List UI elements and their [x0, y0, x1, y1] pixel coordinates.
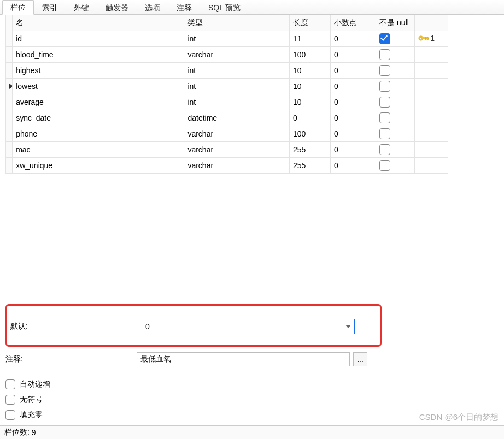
- comment-input[interactable]: 最低血氧: [137, 352, 350, 366]
- cell-notnull[interactable]: [376, 158, 415, 174]
- tab-sql-preview[interactable]: SQL 预览: [200, 1, 249, 15]
- default-value-highlight: 默认: 0: [5, 304, 382, 347]
- cell-decimals[interactable]: 0: [331, 158, 376, 174]
- auto-increment-checkbox[interactable]: [5, 379, 15, 389]
- col-header-name[interactable]: 名: [13, 15, 184, 31]
- table-row[interactable]: idint1101: [6, 31, 448, 47]
- notnull-checkbox[interactable]: [379, 81, 390, 92]
- cell-decimals[interactable]: 0: [331, 94, 376, 110]
- table-row[interactable]: sync_datedatetime00: [6, 110, 448, 126]
- cell-type[interactable]: datetime: [184, 110, 290, 126]
- cell-key[interactable]: [415, 47, 448, 63]
- cell-type[interactable]: int: [184, 79, 290, 94]
- cell-name[interactable]: blood_time: [13, 47, 184, 63]
- cell-key[interactable]: [415, 63, 448, 79]
- cell-key[interactable]: [415, 94, 448, 110]
- tab-comment[interactable]: 注释: [168, 1, 200, 15]
- cell-notnull[interactable]: [376, 126, 415, 142]
- cell-decimals[interactable]: 0: [331, 63, 376, 79]
- cell-key[interactable]: [415, 158, 448, 174]
- comment-more-button[interactable]: ...: [353, 352, 367, 366]
- columns-table[interactable]: 名 类型 长度 小数点 不是 null idint1101blood_timev…: [5, 15, 448, 174]
- cell-decimals[interactable]: 0: [331, 47, 376, 63]
- cell-length[interactable]: 0: [290, 110, 331, 126]
- cell-type[interactable]: int: [184, 94, 290, 110]
- cell-name[interactable]: highest: [13, 63, 184, 79]
- default-value-combo[interactable]: 0: [142, 319, 355, 334]
- notnull-checkbox[interactable]: [379, 33, 390, 44]
- tab-indexes[interactable]: 索引: [34, 1, 66, 15]
- cell-type[interactable]: varchar: [184, 47, 290, 63]
- cell-notnull[interactable]: [376, 110, 415, 126]
- cell-length[interactable]: 255: [290, 142, 331, 158]
- notnull-checkbox[interactable]: [379, 65, 390, 76]
- table-row[interactable]: xw_uniquevarchar2550: [6, 158, 448, 174]
- cell-key[interactable]: [415, 79, 448, 94]
- cell-key[interactable]: [415, 110, 448, 126]
- cell-type[interactable]: int: [184, 63, 290, 79]
- cell-length[interactable]: 11: [290, 31, 331, 47]
- key-index: 1: [430, 34, 435, 43]
- table-row[interactable]: highestint100: [6, 63, 448, 79]
- notnull-checkbox[interactable]: [379, 112, 390, 123]
- cell-notnull[interactable]: [376, 63, 415, 79]
- cell-notnull[interactable]: [376, 31, 415, 47]
- cell-type[interactable]: varchar: [184, 126, 290, 142]
- tab-columns[interactable]: 栏位: [2, 0, 34, 15]
- col-header-length[interactable]: 长度: [290, 15, 331, 31]
- cell-name[interactable]: xw_unique: [13, 158, 184, 174]
- primary-key-indicator: 1: [418, 34, 435, 43]
- cell-notnull[interactable]: [376, 142, 415, 158]
- cell-notnull[interactable]: [376, 79, 415, 94]
- cell-name[interactable]: lowest: [13, 79, 184, 94]
- tab-foreign-keys[interactable]: 外键: [66, 1, 97, 15]
- unsigned-checkbox[interactable]: [5, 395, 15, 405]
- cell-decimals[interactable]: 0: [331, 126, 376, 142]
- cell-name[interactable]: sync_date: [13, 110, 184, 126]
- table-row[interactable]: lowestint100: [6, 79, 448, 94]
- cell-length[interactable]: 100: [290, 126, 331, 142]
- cell-notnull[interactable]: [376, 94, 415, 110]
- table-row[interactable]: macvarchar2550: [6, 142, 448, 158]
- cell-type[interactable]: varchar: [184, 158, 290, 174]
- tab-options[interactable]: 选项: [137, 1, 168, 15]
- notnull-checkbox[interactable]: [379, 144, 390, 155]
- notnull-checkbox[interactable]: [379, 49, 390, 60]
- cell-type[interactable]: varchar: [184, 142, 290, 158]
- zerofill-label: 填充零: [20, 410, 43, 420]
- notnull-checkbox[interactable]: [379, 128, 390, 139]
- cell-name[interactable]: average: [13, 94, 184, 110]
- cell-key[interactable]: [415, 142, 448, 158]
- cell-name[interactable]: mac: [13, 142, 184, 158]
- cell-decimals[interactable]: 0: [331, 110, 376, 126]
- cell-decimals[interactable]: 0: [331, 31, 376, 47]
- cell-length[interactable]: 100: [290, 47, 331, 63]
- cell-name[interactable]: id: [13, 31, 184, 47]
- cell-notnull[interactable]: [376, 47, 415, 63]
- cell-name[interactable]: phone: [13, 126, 184, 142]
- cell-length[interactable]: 10: [290, 79, 331, 94]
- row-gutter: [6, 126, 13, 142]
- notnull-checkbox[interactable]: [379, 160, 390, 171]
- auto-increment-label: 自动递增: [20, 379, 50, 389]
- col-header-decimals[interactable]: 小数点: [331, 15, 376, 31]
- ellipsis-icon: ...: [357, 355, 364, 364]
- table-row[interactable]: blood_timevarchar1000: [6, 47, 448, 63]
- cell-decimals[interactable]: 0: [331, 79, 376, 94]
- tab-triggers[interactable]: 触发器: [97, 1, 137, 15]
- cell-decimals[interactable]: 0: [331, 142, 376, 158]
- cell-type[interactable]: int: [184, 31, 290, 47]
- cell-length[interactable]: 10: [290, 63, 331, 79]
- cell-length[interactable]: 255: [290, 158, 331, 174]
- cell-key[interactable]: 1: [415, 31, 448, 47]
- gutter-header: [6, 15, 13, 31]
- col-header-notnull[interactable]: 不是 null: [376, 15, 415, 31]
- table-row[interactable]: phonevarchar1000: [6, 126, 448, 142]
- zerofill-checkbox[interactable]: [5, 410, 15, 420]
- cell-length[interactable]: 10: [290, 94, 331, 110]
- table-header-row: 名 类型 长度 小数点 不是 null: [6, 15, 448, 31]
- cell-key[interactable]: [415, 126, 448, 142]
- col-header-type[interactable]: 类型: [184, 15, 290, 31]
- table-row[interactable]: averageint100: [6, 94, 448, 110]
- notnull-checkbox[interactable]: [379, 97, 390, 108]
